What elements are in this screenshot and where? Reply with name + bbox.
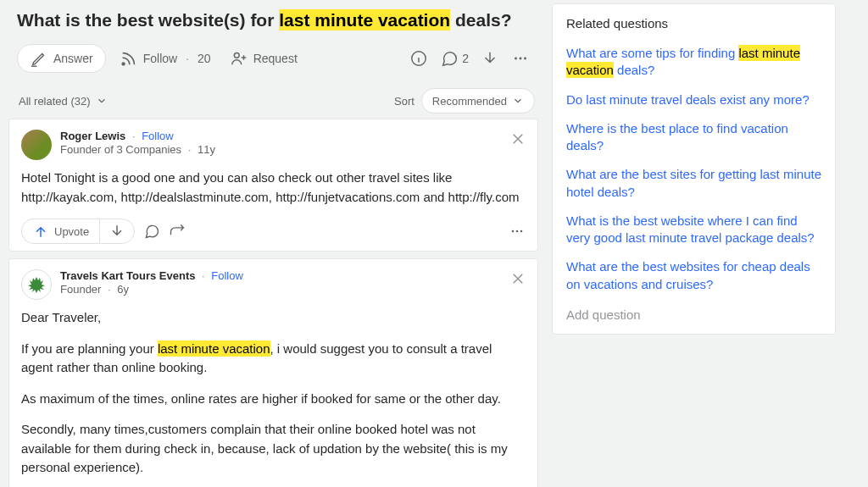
- related-questions-heading: Related questions: [566, 16, 821, 30]
- author-credential: Founder of 3 Companies: [60, 143, 181, 156]
- answer-card: Roger Lewis · Follow Founder of 3 Compan…: [8, 119, 538, 252]
- related-question-link[interactable]: What is the best website where I can fin…: [566, 207, 821, 253]
- comment-icon: [440, 49, 459, 68]
- comments-button[interactable]: 2: [440, 49, 469, 68]
- all-related-filter[interactable]: All related (32): [19, 95, 108, 108]
- downvote-icon: [108, 223, 125, 240]
- comment-icon[interactable]: [143, 223, 160, 240]
- svg-point-0: [122, 63, 125, 65]
- person-plus-icon: [230, 49, 248, 68]
- share-icon[interactable]: [169, 223, 186, 240]
- answer-text: Hotel Tonight is a good one and you can …: [21, 169, 526, 207]
- chevron-down-icon: [96, 95, 108, 107]
- close-icon[interactable]: [510, 131, 526, 147]
- author-credential: Founder: [60, 283, 101, 296]
- related-question-link[interactable]: What are the best websites for cheap dea…: [566, 252, 821, 299]
- upvote-icon: [32, 223, 49, 240]
- svg-point-6: [512, 230, 515, 233]
- svg-point-3: [515, 58, 517, 60]
- question-title: What is the best website(s) for last min…: [17, 8, 530, 32]
- sort-label: Sort: [394, 95, 415, 108]
- svg-point-7: [516, 230, 519, 233]
- chevron-down-icon: [512, 95, 524, 107]
- author-name[interactable]: Travels Kart Tours Events: [60, 269, 195, 282]
- sort-dropdown[interactable]: Recommended: [421, 88, 535, 113]
- related-question-link[interactable]: Where is the best place to find vacation…: [566, 114, 821, 161]
- answer-time: 11y: [198, 143, 215, 156]
- avatar[interactable]: [21, 130, 52, 160]
- author-name[interactable]: Roger Lewis: [60, 130, 125, 142]
- related-question-link[interactable]: What are some tips for finding last minu…: [566, 39, 821, 86]
- follow-author-link[interactable]: Follow: [142, 130, 174, 142]
- upvote-button[interactable]: Upvote: [21, 219, 99, 244]
- answer-time: 6y: [117, 283, 129, 296]
- close-icon[interactable]: [510, 271, 526, 286]
- add-question-link[interactable]: Add question: [566, 299, 821, 324]
- edit-icon: [30, 49, 48, 68]
- downvote-icon[interactable]: [481, 49, 499, 68]
- related-question-link[interactable]: What are the best sites for getting last…: [566, 160, 821, 207]
- rss-icon: [120, 49, 138, 68]
- avatar[interactable]: [21, 269, 52, 300]
- related-question-link[interactable]: Do last minute travel deals exist any mo…: [566, 86, 821, 114]
- info-icon[interactable]: [409, 49, 428, 68]
- answer-button[interactable]: Answer: [17, 44, 106, 73]
- follow-author-link[interactable]: Follow: [211, 269, 243, 282]
- svg-point-8: [520, 230, 523, 233]
- answer-text: Dear Traveler, If you are planning your …: [21, 308, 526, 487]
- more-icon[interactable]: [511, 49, 530, 68]
- more-icon[interactable]: [509, 223, 526, 240]
- follow-button[interactable]: Follow · 20: [114, 44, 216, 73]
- downvote-button[interactable]: [99, 219, 135, 244]
- request-button[interactable]: Request: [225, 44, 303, 73]
- svg-point-5: [524, 58, 526, 60]
- answer-card: Travels Kart Tours Events · Follow Found…: [8, 258, 538, 487]
- svg-point-1: [234, 53, 239, 58]
- svg-point-4: [520, 58, 522, 60]
